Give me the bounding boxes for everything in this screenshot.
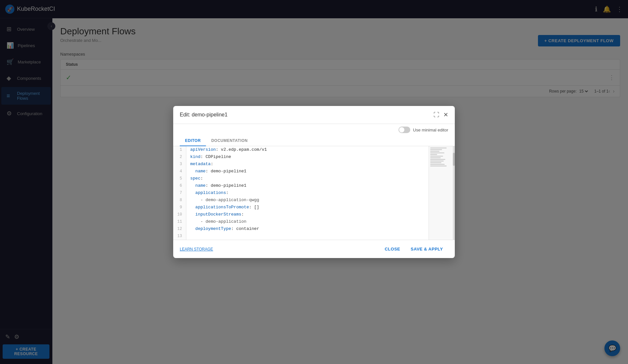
modal-footer: LEARN STORAGE CLOSE SAVE & APPLY	[173, 240, 455, 258]
line-content: apiVersion: v2.edp.epam.com/v1	[186, 146, 267, 153]
toggle-knob	[399, 127, 404, 132]
line-content: inputDockerStreams:	[186, 211, 244, 218]
modal-close-button[interactable]: CLOSE	[379, 244, 405, 254]
modal-toolbar: Use minimal editor	[173, 124, 455, 136]
code-editor[interactable]: 1apiVersion: v2.edp.epam.com/v12kind: CD…	[173, 146, 429, 240]
line-number: 3	[173, 161, 186, 168]
code-line: 11 - demo-application	[173, 218, 429, 225]
line-content: deploymentType: container	[186, 225, 259, 233]
line-number: 6	[173, 182, 186, 189]
code-line: 1apiVersion: v2.edp.epam.com/v1	[173, 146, 429, 153]
code-line: 12 deploymentType: container	[173, 225, 429, 233]
code-line: 8 - demo-application-qwgg	[173, 197, 429, 204]
line-number: 9	[173, 204, 186, 211]
code-line: 7 applications:	[173, 189, 429, 197]
code-line: 10 inputDockerStreams:	[173, 211, 429, 218]
line-number: 4	[173, 168, 186, 175]
modal-header: Edit: demo-pipeline1 ⛶ ✕	[173, 106, 455, 124]
line-content: applications:	[186, 189, 229, 197]
toggle-switch[interactable]	[398, 127, 410, 133]
close-modal-icon[interactable]: ✕	[443, 111, 448, 118]
line-content: metadata:	[186, 161, 213, 168]
line-number: 13	[173, 233, 186, 240]
line-content: name: demo-pipeline1	[186, 168, 247, 175]
line-number: 1	[173, 146, 186, 153]
modal-tabs: EDITOR DOCUMENTATION	[173, 136, 455, 146]
line-number: 11	[173, 218, 186, 225]
minimal-editor-toggle: Use minimal editor	[398, 127, 448, 133]
line-number: 8	[173, 197, 186, 204]
modal-title: Edit: demo-pipeline1	[180, 112, 434, 118]
line-content: applicationsToPromote: []	[186, 204, 259, 211]
line-content	[186, 233, 193, 240]
line-content: - demo-application-qwgg	[186, 197, 259, 204]
code-line: 2kind: CDPipeline	[173, 153, 429, 161]
modal-overlay: Edit: demo-pipeline1 ⛶ ✕ Use minimal edi…	[0, 0, 628, 364]
toggle-label: Use minimal editor	[413, 128, 448, 132]
editor-minimap	[429, 146, 455, 240]
tab-documentation[interactable]: DOCUMENTATION	[206, 136, 253, 146]
code-line: 5spec:	[173, 175, 429, 182]
modal-body: 1apiVersion: v2.edp.epam.com/v12kind: CD…	[173, 146, 455, 240]
line-content: kind: CDPipeline	[186, 153, 231, 161]
modal-save-button[interactable]: SAVE & APPLY	[405, 244, 448, 254]
code-line: 13	[173, 233, 429, 240]
code-line: 6 name: demo-pipeline1	[173, 182, 429, 189]
code-line: 4 name: demo-pipeline1	[173, 168, 429, 175]
line-content: name: demo-pipeline1	[186, 182, 247, 189]
line-number: 10	[173, 211, 186, 218]
line-number: 5	[173, 175, 186, 182]
code-line: 3metadata:	[173, 161, 429, 168]
learn-storage-link[interactable]: LEARN STORAGE	[180, 247, 213, 251]
line-number: 12	[173, 225, 186, 233]
line-content: - demo-application	[186, 218, 247, 225]
line-number: 7	[173, 189, 186, 197]
edit-modal: Edit: demo-pipeline1 ⛶ ✕ Use minimal edi…	[173, 106, 455, 258]
line-content: spec:	[186, 175, 203, 182]
modal-header-actions: ⛶ ✕	[434, 111, 448, 118]
expand-icon[interactable]: ⛶	[434, 112, 439, 118]
line-number: 2	[173, 153, 186, 161]
tab-editor[interactable]: EDITOR	[180, 136, 206, 146]
code-line: 9 applicationsToPromote: []	[173, 204, 429, 211]
